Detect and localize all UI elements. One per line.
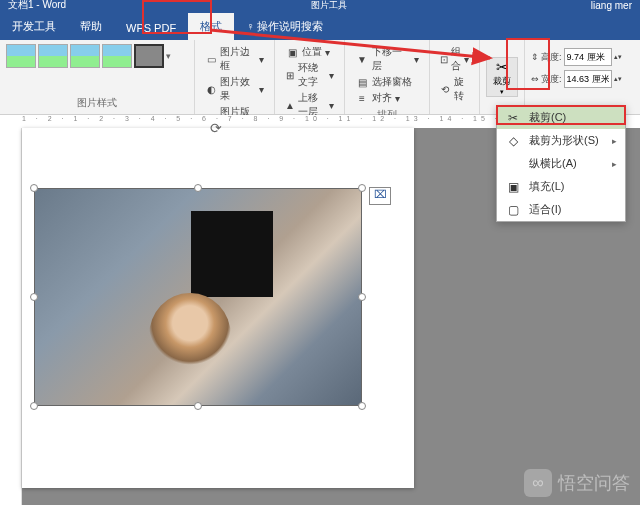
width-row: ⇔ 宽度: ▴▾ — [531, 70, 634, 88]
tool-context: 图片工具 — [66, 0, 591, 12]
user-name: liang mer — [591, 0, 632, 11]
resize-handle-b[interactable] — [194, 402, 202, 410]
menu-crop[interactable]: ✂ 裁剪(C) — [497, 106, 625, 129]
tab-dev[interactable]: 开发工具 — [0, 13, 68, 40]
style-thumb-3[interactable] — [70, 44, 100, 68]
selection-icon: ▤ — [355, 75, 369, 89]
forward-icon: ▲ — [285, 98, 295, 112]
crop-dropdown-menu: ✂ 裁剪(C) ◇ 裁剪为形状(S) ▸ 纵横比(A) ▸ ▣ 填充(L) ▢ … — [496, 105, 626, 222]
wrap-text-button[interactable]: ⊞环绕文字 ▾ — [281, 60, 338, 90]
style-thumb-4[interactable] — [102, 44, 132, 68]
page[interactable]: ⟳ ⌧ — [22, 128, 414, 488]
crop-icon: ✂ — [496, 59, 508, 75]
resize-handle-br[interactable] — [358, 402, 366, 410]
height-input[interactable] — [564, 48, 612, 66]
picture-border-button[interactable]: ▭图片边框 ▾ — [201, 44, 268, 74]
rotate-icon: ⟲ — [440, 82, 451, 96]
align-icon: ≡ — [355, 91, 369, 105]
style-thumb-5[interactable] — [134, 44, 164, 68]
align-button[interactable]: ≡对齐 ▾ — [351, 90, 423, 106]
fit-icon: ▢ — [505, 203, 521, 217]
fill-icon: ▣ — [505, 180, 521, 194]
title-bar: 文档1 - Word 图片工具 liang mer — [0, 0, 640, 10]
height-row: ⇕ 高度: ▴▾ — [531, 48, 634, 66]
tab-wps[interactable]: WPS PDF — [114, 16, 188, 40]
shape-icon: ◇ — [505, 134, 521, 148]
height-icon: ⇕ — [531, 52, 539, 62]
group-icon: ⊡ — [440, 52, 448, 66]
gallery-expand-icon[interactable]: ▾ — [166, 51, 171, 61]
effects-icon: ◐ — [205, 82, 217, 96]
menu-crop-to-shape[interactable]: ◇ 裁剪为形状(S) ▸ — [497, 129, 625, 152]
style-thumb-2[interactable] — [38, 44, 68, 68]
send-backward-button[interactable]: ▼下移一层 ▾ — [351, 44, 423, 74]
width-icon: ⇔ — [531, 74, 539, 84]
crop-icon: ✂ — [505, 111, 521, 125]
wrap-icon: ⊞ — [285, 68, 295, 82]
resize-handle-t[interactable] — [194, 184, 202, 192]
chevron-right-icon: ▸ — [612, 136, 617, 146]
border-icon: ▭ — [205, 52, 217, 66]
width-input[interactable] — [564, 70, 612, 88]
vertical-ruler — [0, 128, 22, 505]
chevron-right-icon: ▸ — [612, 159, 617, 169]
resize-handle-tr[interactable] — [358, 184, 366, 192]
resize-handle-bl[interactable] — [30, 402, 38, 410]
menu-fill[interactable]: ▣ 填充(L) — [497, 175, 625, 198]
rotate-handle[interactable]: ⟳ — [210, 120, 222, 136]
spinner-icon[interactable]: ▴▾ — [614, 75, 622, 83]
menu-fit[interactable]: ▢ 适合(I) — [497, 198, 625, 221]
selection-pane-button[interactable]: ▤选择窗格 — [351, 74, 423, 90]
backward-icon: ▼ — [355, 52, 369, 66]
resize-handle-l[interactable] — [30, 293, 38, 301]
layout-options-button[interactable]: ⌧ — [369, 187, 391, 205]
ribbon-tabs: 开发工具 帮助 WPS PDF 格式 ♀ 操作说明搜索 — [0, 10, 640, 40]
rotate-button[interactable]: ⟲旋转 — [436, 74, 473, 104]
group-button[interactable]: ⊡组合 ▾ — [436, 44, 473, 74]
resize-handle-tl[interactable] — [30, 184, 38, 192]
image-content — [35, 189, 361, 405]
tab-help[interactable]: 帮助 — [68, 13, 114, 40]
position-button[interactable]: ▣位置 ▾ — [281, 44, 338, 60]
crop-button[interactable]: ✂ 裁剪 ▾ — [486, 57, 518, 97]
selected-image[interactable]: ⌧ — [34, 188, 362, 406]
watermark-logo-icon: ∞ — [524, 469, 552, 497]
doc-title: 文档1 - Word — [8, 0, 66, 12]
tab-format[interactable]: 格式 — [188, 13, 234, 40]
menu-aspect-ratio[interactable]: 纵横比(A) ▸ — [497, 152, 625, 175]
style-thumb-1[interactable] — [6, 44, 36, 68]
tab-search[interactable]: ♀ 操作说明搜索 — [234, 13, 335, 40]
watermark: ∞ 悟空问答 — [524, 469, 630, 497]
ribbon: ▾ 图片样式 ▭图片边框 ▾ ◐图片效果 ▾ ▦图片版式 ▾ ▣位置 ▾ ⊞环绕… — [0, 40, 640, 115]
styles-group-label: 图片样式 — [6, 94, 188, 110]
position-icon: ▣ — [285, 45, 299, 59]
picture-styles-gallery[interactable]: ▾ — [6, 44, 188, 68]
resize-handle-r[interactable] — [358, 293, 366, 301]
spinner-icon[interactable]: ▴▾ — [614, 53, 622, 61]
picture-effects-button[interactable]: ◐图片效果 ▾ — [201, 74, 268, 104]
